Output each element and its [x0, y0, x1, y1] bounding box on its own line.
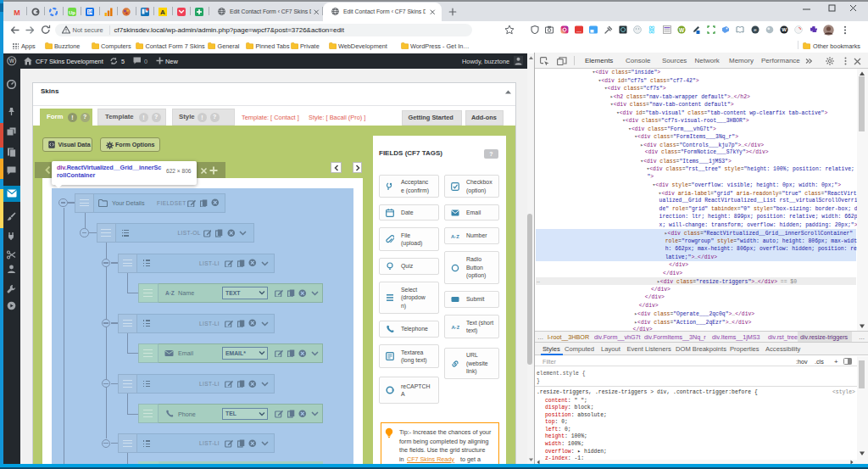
- svg-text:14: 14: [87, 9, 92, 14]
- svg-text:Up: Up: [69, 9, 75, 14]
- svg-text:A: A: [160, 8, 165, 16]
- svg-text:…: …: [576, 28, 581, 33]
- svg-text:W: W: [679, 27, 685, 33]
- svg-text:M: M: [14, 8, 20, 16]
- svg-text:A·Z: A·Z: [452, 325, 460, 330]
- svg-text:W: W: [9, 58, 15, 64]
- svg-text:W: W: [782, 27, 787, 32]
- svg-text:A·Z: A·Z: [451, 234, 459, 239]
- svg-text:A·Z: A·Z: [165, 290, 175, 296]
